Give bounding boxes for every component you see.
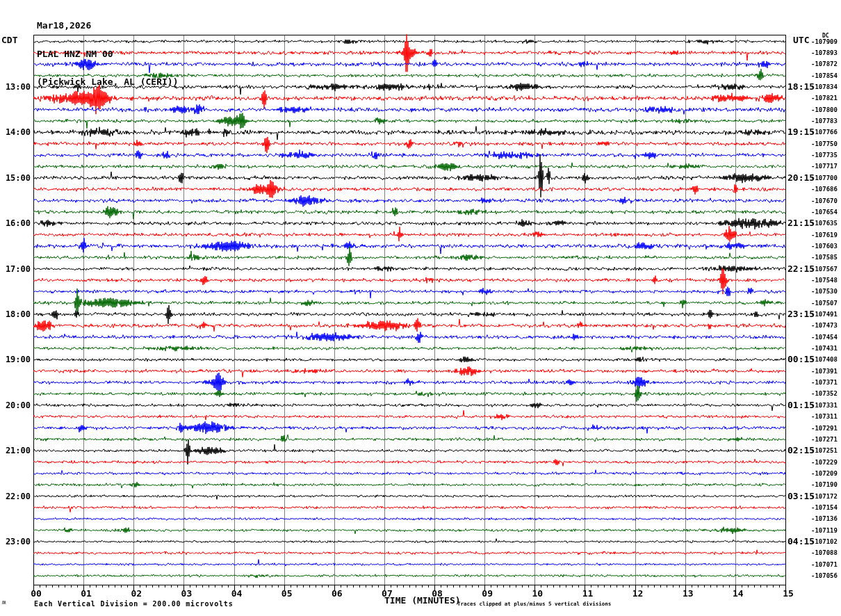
dc-offset-value: -107893 xyxy=(811,49,838,56)
dc-offset-value: -107229 xyxy=(811,459,838,466)
cdt-hour-label: 17:00 xyxy=(0,264,31,274)
minute-tick-label: 15 xyxy=(779,588,797,599)
dc-offset-value: -107686 xyxy=(811,186,838,193)
minute-tick-label: 00 xyxy=(27,588,45,599)
minute-tick-label: 06 xyxy=(328,588,346,599)
cdt-hour-label: 19:00 xyxy=(0,355,31,364)
dc-offset-value: -107102 xyxy=(811,538,838,545)
dc-offset-value: -107585 xyxy=(811,254,838,261)
dc-offset-value: -107872 xyxy=(811,60,838,67)
header-date: Mar18,2026 xyxy=(37,21,179,31)
minute-tick-label: 01 xyxy=(77,588,95,599)
watermark-glyph: ʍ xyxy=(2,599,6,606)
dc-offset-value: -107800 xyxy=(811,106,838,113)
cdt-hour-label: 23:00 xyxy=(0,537,31,546)
minute-tick-label: 05 xyxy=(278,588,296,599)
dc-offset-value: -107700 xyxy=(811,175,838,181)
dc-offset-value: -107408 xyxy=(811,356,838,363)
dc-offset-value: -107291 xyxy=(811,425,838,432)
helicorder-page: Mar18,2026 PLAL HNZ NM 00 (Pickwick Lake… xyxy=(0,0,841,616)
dc-offset-value: -107507 xyxy=(811,300,838,307)
cdt-hour-label: 21:00 xyxy=(0,446,31,455)
dc-offset-value: -107172 xyxy=(811,493,838,500)
minute-tick-label: 10 xyxy=(528,588,546,599)
dc-offset-value: -107209 xyxy=(811,470,838,477)
minute-tick-label: 11 xyxy=(578,588,596,599)
dc-offset-value: -107119 xyxy=(811,527,838,534)
dc-offset-value: -107271 xyxy=(811,436,838,443)
dc-offset-value: -107136 xyxy=(811,515,838,522)
header-station-code: PLAL HNZ NM 00 xyxy=(37,49,179,59)
dc-offset-value: -107619 xyxy=(811,232,838,238)
cdt-hour-label: 14:00 xyxy=(0,127,31,137)
dc-offset-value: -107670 xyxy=(811,197,838,204)
dc-offset-value: -107909 xyxy=(811,38,838,45)
minute-tick-label: 02 xyxy=(127,588,145,599)
right-timezone-label: UTC xyxy=(793,35,809,45)
minute-tick-label: 13 xyxy=(679,588,697,599)
dc-offset-value: -107750 xyxy=(811,140,838,147)
dc-offset-value: -107854 xyxy=(811,72,838,79)
dc-offset-value: -107717 xyxy=(811,163,838,170)
minute-tick-label: 12 xyxy=(629,588,647,599)
dc-offset-value: -107654 xyxy=(811,209,838,216)
dc-offset-value: -107371 xyxy=(811,379,838,386)
cdt-hour-label: 15:00 xyxy=(0,173,31,183)
cdt-hour-label: 22:00 xyxy=(0,492,31,501)
dc-offset-value: -107190 xyxy=(811,481,838,488)
cdt-hour-label: 16:00 xyxy=(0,218,31,228)
minute-tick-label: 04 xyxy=(228,588,246,599)
dc-offset-value: -107352 xyxy=(811,390,838,397)
dc-offset-value: -107735 xyxy=(811,152,838,159)
dc-offset-value: -107567 xyxy=(811,266,838,273)
dc-offset-value: -107783 xyxy=(811,117,838,124)
dc-offset-value: -107311 xyxy=(811,413,838,420)
cdt-hour-label: 13:00 xyxy=(0,82,31,92)
dc-offset-value: -107431 xyxy=(811,345,838,352)
dc-offset-value: -107454 xyxy=(811,334,838,341)
plot-header: Mar18,2026 PLAL HNZ NM 00 (Pickwick Lake… xyxy=(37,2,179,106)
left-timezone-label: CDT xyxy=(1,35,17,45)
dc-offset-value: -107766 xyxy=(811,129,838,136)
dc-offset-value: -107603 xyxy=(811,243,838,250)
minute-tick-label: 09 xyxy=(478,588,496,599)
dc-offset-value: -107154 xyxy=(811,504,838,511)
footer-clip-note: Traces clipped at plus/minus 5 vertical … xyxy=(457,601,611,607)
x-axis-title: TIME (MINUTES) xyxy=(384,595,461,606)
dc-offset-value: -107635 xyxy=(811,220,838,227)
dc-offset-value: -107473 xyxy=(811,322,838,329)
minute-tick-label: 14 xyxy=(729,588,747,599)
dc-offset-value: -107088 xyxy=(811,549,838,556)
cdt-hour-label: 18:00 xyxy=(0,309,31,319)
dc-offset-value: -107071 xyxy=(811,561,838,568)
dc-offset-value: -107548 xyxy=(811,277,838,284)
dc-offset-value: -107391 xyxy=(811,368,838,375)
dc-offset-value: -107056 xyxy=(811,572,838,579)
dc-offset-value: -107331 xyxy=(811,402,838,409)
dc-offset-value: -107251 xyxy=(811,447,838,454)
dc-offset-value: -107834 xyxy=(811,83,838,90)
footer-division-note: Each Vertical Division = 200.00 microvol… xyxy=(34,600,233,608)
dc-offset-value: -107530 xyxy=(811,288,838,295)
dc-offset-value: -107821 xyxy=(811,95,838,102)
dc-offset-value: -107491 xyxy=(811,311,838,318)
header-station-location: (Pickwick Lake, AL (CERI)) xyxy=(37,77,179,87)
cdt-hour-label: 20:00 xyxy=(0,400,31,410)
minute-tick-label: 03 xyxy=(177,588,195,599)
